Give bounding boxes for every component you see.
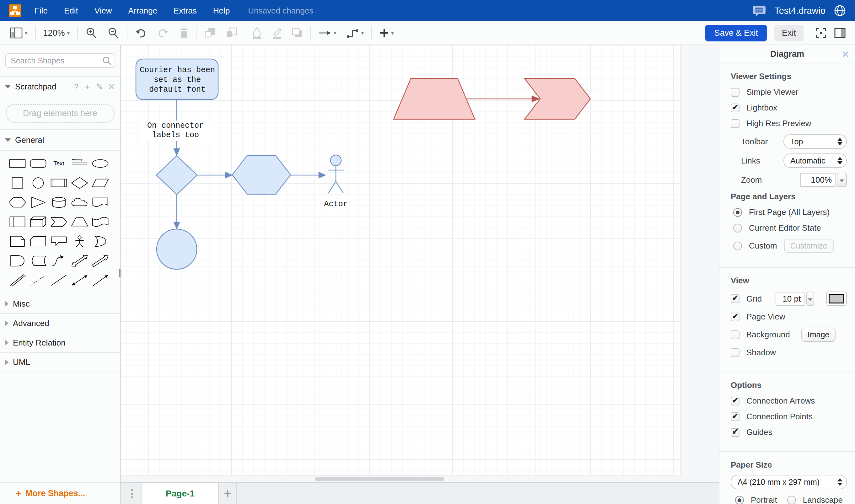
scratchpad-dropzone[interactable]: Drag elements here <box>6 104 114 123</box>
viewer-zoom-input[interactable] <box>800 173 836 187</box>
sidebar-section-advanced[interactable]: Advanced <box>0 314 120 333</box>
palette-shape-actor[interactable] <box>69 232 90 251</box>
palette-shape-circle[interactable] <box>28 173 48 193</box>
palette-shape-square[interactable] <box>7 173 28 193</box>
palette-shape-cylinder[interactable] <box>48 193 69 212</box>
to-back-button[interactable] <box>224 26 239 40</box>
waypoints-style-button[interactable]: ▾ <box>345 27 366 39</box>
palette-shape-tape[interactable] <box>90 212 110 232</box>
palette-shape-textbox[interactable]: Heading <box>69 154 90 173</box>
palette-shape-cloud[interactable] <box>69 193 90 212</box>
high-res-preview-checkbox[interactable] <box>731 119 740 128</box>
connection-points-checkbox[interactable] <box>731 412 740 421</box>
grid-size-stepper[interactable] <box>806 291 814 306</box>
palette-shape-and[interactable] <box>7 251 28 271</box>
menu-file[interactable]: File <box>35 6 48 16</box>
custom-radio[interactable] <box>733 242 742 250</box>
canvas-label-connector[interactable]: On connector labels too <box>140 121 211 141</box>
palette-shape-or[interactable] <box>90 232 110 251</box>
fill-color-button[interactable] <box>250 26 264 40</box>
palette-shape-callout[interactable] <box>48 232 69 251</box>
grid-checkbox[interactable] <box>731 294 740 303</box>
canvas-label-actor[interactable]: Actor <box>318 199 354 209</box>
shadow-checkbox[interactable] <box>731 348 740 357</box>
sidebar-section-entity-relation[interactable]: Entity Relation <box>0 333 120 353</box>
palette-shape-parallelogram[interactable] <box>90 173 110 193</box>
format-panel-toggle-icon[interactable] <box>834 28 845 38</box>
palette-shape-diamond[interactable] <box>69 173 90 193</box>
scratchpad-add-icon[interactable]: ＋ <box>84 82 91 92</box>
palette-shape-data-storage[interactable] <box>28 251 48 271</box>
palette-shape-note[interactable] <box>7 232 28 251</box>
links-select[interactable]: Automatic <box>783 154 847 168</box>
drawing-canvas[interactable]: Courier has been set as the default font… <box>121 45 719 482</box>
palette-shape-curve[interactable] <box>48 251 69 271</box>
connection-arrows-checkbox[interactable] <box>731 397 740 406</box>
palette-shape-link[interactable] <box>7 271 28 290</box>
canvas-shape-circle[interactable] <box>157 229 197 269</box>
fullscreen-icon[interactable] <box>816 27 827 39</box>
palette-shape-directional-connector[interactable] <box>90 271 110 290</box>
search-shapes-input[interactable] <box>5 53 115 68</box>
landscape-radio[interactable] <box>787 496 796 504</box>
canvas-shape-hexagon[interactable] <box>232 155 291 194</box>
background-image-button[interactable]: Image <box>801 328 836 342</box>
portrait-radio[interactable] <box>735 496 744 504</box>
scratchpad-header[interactable]: Scratchpad ? ＋ ✎ ✕ <box>0 76 120 97</box>
insert-button[interactable]: ▾ <box>378 27 396 39</box>
scratchpad-close-icon[interactable]: ✕ <box>108 82 115 92</box>
zoom-level-dropdown[interactable]: 120% ▾ <box>41 27 72 39</box>
sidebar-section-misc[interactable]: Misc <box>0 294 120 314</box>
menu-arrange[interactable]: Arrange <box>128 6 158 16</box>
sidebar-section-uml[interactable]: UML <box>0 353 120 372</box>
zoom-stepper[interactable] <box>837 173 847 187</box>
palette-shape-rounded-rectangle[interactable] <box>28 154 48 173</box>
canvas-connector-trapezoid-to-step[interactable] <box>466 96 539 102</box>
shadow-button[interactable] <box>290 26 304 39</box>
redo-button[interactable] <box>155 27 171 39</box>
grid-size-input[interactable] <box>776 292 804 306</box>
menu-extras[interactable]: Extras <box>174 6 197 16</box>
canvas-shape-trapezoid[interactable] <box>394 78 475 119</box>
customize-button[interactable]: Customize <box>784 239 834 253</box>
to-front-button[interactable] <box>203 26 218 40</box>
palette-shape-hexagon[interactable] <box>7 193 28 212</box>
undo-button[interactable] <box>133 27 149 39</box>
palette-shape-triangle[interactable] <box>28 193 48 212</box>
canvas-connector-diamond-to-circle[interactable] <box>174 195 180 229</box>
canvas-connector-diamond-to-hexagon[interactable] <box>197 172 232 178</box>
view-panels-button[interactable]: ▾ <box>8 26 30 40</box>
first-page-all-layers-radio[interactable] <box>733 208 742 217</box>
background-checkbox[interactable] <box>731 330 740 339</box>
zoom-in-button[interactable] <box>84 26 99 40</box>
palette-shape-bidirectional-connector[interactable] <box>69 271 90 290</box>
simple-viewer-checkbox[interactable] <box>731 88 740 97</box>
palette-shape-document[interactable] <box>90 193 110 212</box>
current-editor-state-radio[interactable] <box>733 224 742 233</box>
canvas-shape-diamond[interactable] <box>156 156 197 195</box>
canvas-connector-hexagon-to-actor[interactable] <box>291 172 325 178</box>
scratchpad-help-icon[interactable]: ? <box>74 82 78 91</box>
palette-shape-line[interactable] <box>48 271 69 290</box>
palette-shape-dashed-line[interactable] <box>28 271 48 290</box>
menu-help[interactable]: Help <box>213 6 230 16</box>
palette-shape-rectangle[interactable] <box>7 154 28 173</box>
sidebar-resize-handle[interactable]: ∥ <box>118 267 122 278</box>
canvas-label-rounded-rect[interactable]: Courier has been set as the default font <box>138 60 217 100</box>
canvas-shape-actor[interactable] <box>328 155 344 193</box>
palette-shape-bidirectional-arrow[interactable] <box>69 251 90 271</box>
comments-icon[interactable] <box>752 4 766 17</box>
language-globe-icon[interactable] <box>834 4 846 17</box>
delete-button[interactable] <box>177 26 191 40</box>
grid-color-button[interactable] <box>826 291 847 306</box>
guides-checkbox[interactable] <box>731 428 740 437</box>
panel-tab-diagram[interactable]: Diagram <box>719 49 855 59</box>
save-and-exit-button[interactable]: Save & Exit <box>705 25 767 41</box>
palette-shape-text[interactable]: Text <box>48 154 69 173</box>
palette-shape-process[interactable] <box>48 173 69 193</box>
pages-menu-icon[interactable] <box>131 483 133 504</box>
close-panel-icon[interactable]: ✕ <box>841 49 849 60</box>
paper-size-select[interactable]: A4 (210 mm x 297 mm) <box>731 475 847 489</box>
zoom-out-button[interactable] <box>105 26 121 40</box>
toolbar-position-select[interactable]: Top <box>783 134 847 149</box>
